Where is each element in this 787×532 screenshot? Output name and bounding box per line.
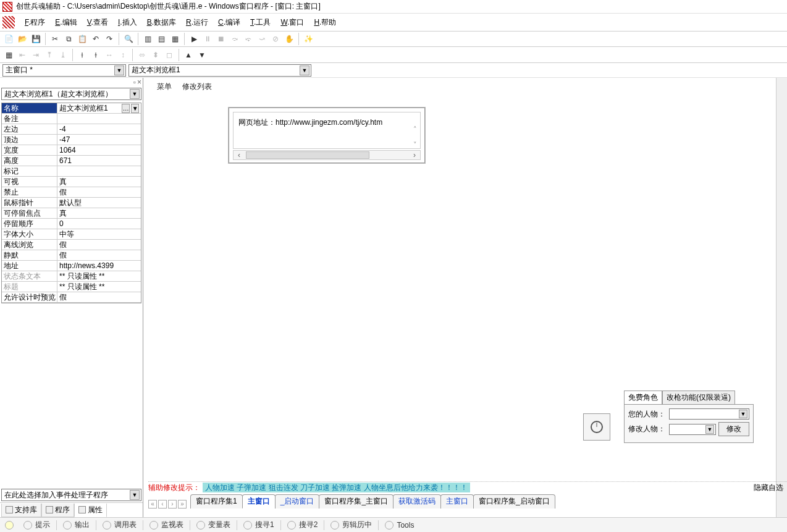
property-row[interactable]: 标记 <box>2 166 141 177</box>
property-row[interactable]: 鼠标指针默认型 <box>2 198 141 208</box>
spacev-icon[interactable]: ↕ <box>117 49 129 61</box>
menu-program[interactable]: F.程序 <box>20 15 50 30</box>
property-value[interactable]: http://news.4399 <box>57 261 141 271</box>
property-row[interactable]: 允许设计时预览假 <box>2 292 141 303</box>
align-top-icon[interactable]: ⤒ <box>43 49 56 61</box>
property-row[interactable]: 离线浏览假 <box>2 240 141 250</box>
find-icon[interactable]: 🔍 <box>122 33 135 45</box>
property-row[interactable]: 名称…▼ <box>2 103 141 114</box>
status-item[interactable]: 调用表 <box>100 520 139 530</box>
vertical-scrollbar[interactable] <box>776 78 787 517</box>
property-object-combo[interactable]: 超文本浏览框1（超文本浏览框） ▼ <box>1 88 141 100</box>
property-value[interactable]: 1064 <box>57 145 141 155</box>
property-value[interactable]: 假 <box>57 240 141 250</box>
property-value[interactable] <box>57 166 141 176</box>
document-tab[interactable]: 获取激活码 <box>393 494 441 509</box>
left-tab[interactable]: 属性 <box>74 504 107 517</box>
centerh-icon[interactable]: ⫲ <box>76 49 88 61</box>
layout2-icon[interactable]: ▤ <box>155 33 167 45</box>
property-row[interactable]: 可停留焦点真 <box>2 208 141 219</box>
menu-window[interactable]: W.窗口 <box>276 15 309 30</box>
form-menu-item[interactable]: 菜单 <box>157 82 172 91</box>
scroll-left-icon[interactable]: ‹ <box>234 151 245 159</box>
chevron-down-icon[interactable]: ▼ <box>130 490 140 500</box>
property-row[interactable]: 地址http://news.4399 <box>2 261 141 271</box>
tab-last-icon[interactable]: » <box>178 500 187 509</box>
help-icon[interactable] <box>5 521 14 530</box>
centerv-icon[interactable]: ⫳ <box>90 49 102 61</box>
panel-tab[interactable]: 免费角色 <box>624 391 662 404</box>
property-value[interactable]: -4 <box>57 124 141 134</box>
property-row[interactable]: 宽度1064 <box>2 145 141 156</box>
undo-icon[interactable]: ↶ <box>90 33 102 45</box>
front-icon[interactable]: ▲ <box>182 49 195 61</box>
modify-role-select[interactable]: ▼ <box>669 424 716 435</box>
samew-icon[interactable]: ⬄ <box>136 49 148 61</box>
left-tab[interactable]: 支持库 <box>1 504 41 517</box>
document-tab[interactable]: 窗口程序集_主窗口 <box>319 494 394 509</box>
timer-control[interactable] <box>583 413 610 441</box>
property-row[interactable]: 静默假 <box>2 250 141 261</box>
spaceh-icon[interactable]: ↔ <box>103 49 116 61</box>
property-value[interactable]: ** 只读属性 ** <box>57 271 141 281</box>
document-tab[interactable]: 窗口程序集1 <box>190 494 243 509</box>
wizard-icon[interactable]: ✨ <box>302 33 314 45</box>
chevron-down-icon[interactable]: ▼ <box>739 410 747 418</box>
layout3-icon[interactable]: ▦ <box>169 33 181 45</box>
document-tab[interactable]: 窗口程序集_启动窗口 <box>473 494 555 509</box>
property-row[interactable]: 标题** 只读属性 ** <box>2 282 141 292</box>
property-row[interactable]: 停留顺序0 <box>2 219 141 229</box>
status-item[interactable]: 提示 <box>21 520 53 530</box>
stepout-icon[interactable]: ⤻ <box>256 33 268 45</box>
your-role-select[interactable]: ▼ <box>669 408 749 420</box>
stepover-icon[interactable]: ⤼ <box>229 33 241 45</box>
redo-icon[interactable]: ↷ <box>103 33 116 45</box>
cut-icon[interactable]: ✂ <box>49 33 61 45</box>
sameh-icon[interactable]: ⬍ <box>149 49 162 61</box>
paste-icon[interactable]: 📋 <box>76 33 88 45</box>
menu-edit[interactable]: E.编辑 <box>50 15 82 30</box>
property-value[interactable]: 假 <box>57 187 141 197</box>
align-right-icon[interactable]: ⇥ <box>30 49 42 61</box>
property-value[interactable]: -47 <box>57 135 141 145</box>
open-icon[interactable]: 📂 <box>16 33 28 45</box>
web-browser-control[interactable]: 网页地址：http://www.jingezm.com/tj/cy.htm ˄˅… <box>229 108 425 163</box>
property-value[interactable] <box>57 114 141 124</box>
property-value[interactable]: 671 <box>57 156 141 166</box>
chevron-down-icon[interactable]: ▼ <box>300 65 309 75</box>
property-value[interactable]: 假 <box>57 292 141 302</box>
property-value[interactable]: 中等 <box>57 229 141 239</box>
property-value[interactable]: 真 <box>57 177 141 187</box>
panel-tab[interactable]: 改枪功能(仅限装逼) <box>662 391 735 404</box>
stepin-icon[interactable]: ⤽ <box>242 33 255 45</box>
control-combo[interactable]: 超文本浏览框1 ▼ <box>128 64 311 77</box>
status-item[interactable]: 输出 <box>61 520 92 530</box>
property-row[interactable]: 可视真 <box>2 177 141 187</box>
event-combo[interactable]: 在此处选择加入事件处理子程序 ▼ <box>1 489 141 501</box>
tab-next-icon[interactable]: › <box>168 500 177 509</box>
scroll-up-icon[interactable]: ˄˅ <box>413 125 419 149</box>
chevron-down-icon[interactable]: ▼ <box>130 89 140 99</box>
tab-prev-icon[interactable]: ‹ <box>158 500 167 509</box>
status-item[interactable]: 变量表 <box>194 520 233 530</box>
hand-icon[interactable]: ✋ <box>283 33 295 45</box>
scroll-thumb[interactable] <box>246 151 369 159</box>
menu-tools[interactable]: T.工具 <box>245 15 276 30</box>
menu-run[interactable]: R.运行 <box>181 15 213 30</box>
menu-insert[interactable]: I.插入 <box>113 15 142 30</box>
align-left-icon[interactable]: ⇤ <box>16 49 28 61</box>
chevron-down-icon[interactable]: ▼ <box>705 425 714 434</box>
property-input[interactable] <box>59 104 120 112</box>
break-icon[interactable]: ⊘ <box>269 33 282 45</box>
property-row[interactable]: 状态条文本** 只读属性 ** <box>2 271 141 282</box>
property-value[interactable]: 0 <box>57 219 141 229</box>
property-row[interactable]: 高度671 <box>2 156 141 166</box>
status-item[interactable]: 监视表 <box>147 520 186 530</box>
close-icon[interactable]: × <box>137 78 141 87</box>
document-tab[interactable]: 主窗口 <box>440 494 474 509</box>
menu-compile[interactable]: C.编译 <box>213 15 245 30</box>
pause-icon[interactable]: ⏸ <box>201 33 214 45</box>
property-row[interactable]: 备注 <box>2 114 141 124</box>
property-row[interactable]: 字体大小中等 <box>2 229 141 240</box>
pin-icon[interactable]: ▫ <box>133 78 136 87</box>
